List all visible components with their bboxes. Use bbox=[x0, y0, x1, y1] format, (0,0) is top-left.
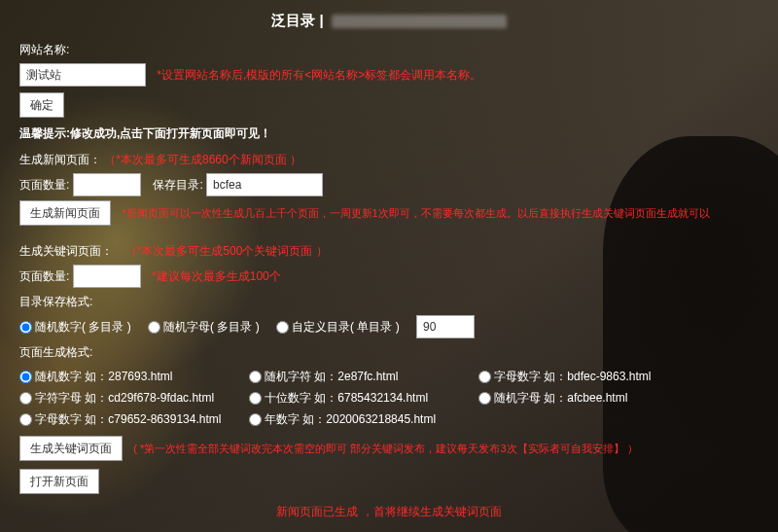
news-count-input[interactable] bbox=[73, 173, 141, 196]
keyword-count-input[interactable] bbox=[73, 265, 141, 288]
news-section: 生成新闻页面： （*本次最多可生成8660个新闻页面 ） 页面数量: 保存目录:… bbox=[19, 150, 759, 226]
radio-custom-dir-input[interactable] bbox=[276, 321, 289, 334]
fmt-random-number-input[interactable] bbox=[19, 371, 32, 383]
fmt-letter-number2-input[interactable] bbox=[19, 413, 32, 426]
news-hint-paren: （*本次最多可生成8660个新闻页面 ） bbox=[104, 153, 301, 166]
fmt-ten-digit[interactable]: 十位数字 如：6785432134.html bbox=[249, 387, 473, 408]
news-button-hint: *新闻页面可以一次性生成几百上千个页面，一周更新1次即可，不需要每次都生成。以后… bbox=[122, 207, 709, 219]
title-prefix: 泛目录 | bbox=[271, 12, 323, 28]
fmt-random-char[interactable]: 随机字符 如：2e87fc.html bbox=[249, 366, 473, 387]
radio-random-number-input[interactable] bbox=[19, 321, 32, 334]
fmt-year-number[interactable]: 年数字 如：2020063218845.html bbox=[249, 408, 473, 430]
footer-note: 新闻页面已生成 ，首将继续生成关键词页面 bbox=[19, 504, 759, 520]
news-heading: 生成新闻页面： bbox=[19, 153, 101, 166]
title-blurred bbox=[332, 15, 507, 28]
open-new-page-button[interactable]: 打开新页面 bbox=[19, 469, 99, 494]
news-count-label: 页面数量: bbox=[19, 178, 69, 192]
fmt-random-letter2[interactable]: 随机字母 如：afcbee.html bbox=[478, 387, 702, 408]
page-title: 泛目录 | bbox=[19, 12, 759, 30]
fmt-char-letter[interactable]: 字符字母 如：cd29f678-9fdac.html bbox=[19, 387, 243, 408]
page-format-label: 页面生成格式: bbox=[19, 342, 759, 362]
fmt-random-char-input[interactable] bbox=[249, 371, 262, 383]
radio-random-number[interactable]: 随机数字( 多目录 ) bbox=[19, 316, 131, 337]
success-tip: 温馨提示:修改成功,点击下面打开新页面即可见！ bbox=[19, 125, 759, 142]
radio-custom-dir[interactable]: 自定义目录( 单目录 ) bbox=[276, 316, 400, 337]
fmt-char-letter-input[interactable] bbox=[19, 392, 32, 405]
fmt-random-letter2-input[interactable] bbox=[478, 392, 491, 405]
news-dir-input[interactable] bbox=[206, 173, 323, 196]
keyword-button-hint: ( *第一次性需全部关键词改完本次需空的即可 部分关键词发布，建议每天发布3次【… bbox=[133, 443, 637, 454]
page-format-radios: 随机数字 如：287693.html 随机字符 如：2e87fc.html 字母… bbox=[19, 366, 759, 430]
keyword-count-label: 页面数量: bbox=[19, 269, 69, 283]
radio-random-letter-input[interactable] bbox=[148, 321, 160, 334]
keyword-hint-paren: （*本次最多可生成500个关键词页面 ） bbox=[125, 244, 328, 258]
fmt-random-number[interactable]: 随机数字 如：287693.html bbox=[19, 366, 243, 387]
dir-format-radios: 随机数字( 多目录 ) 随机字母( 多目录 ) 自定义目录( 单目录 ) bbox=[19, 315, 759, 338]
generate-news-button[interactable]: 生成新闻页面 bbox=[19, 200, 111, 226]
fmt-letter-number[interactable]: 字母数字 如：bdfec-9863.html bbox=[478, 366, 702, 387]
custom-dir-input[interactable] bbox=[416, 315, 475, 338]
keyword-section: 生成关键词页面： （*本次最多可生成500个关键词页面 ） 页面数量: *建议每… bbox=[19, 241, 759, 494]
fmt-letter-number2[interactable]: 字母数字 如：c79652-8639134.html bbox=[19, 408, 243, 430]
confirm-button[interactable]: 确定 bbox=[19, 92, 64, 118]
site-name-section: 网站名称: *设置网站名称后,模版的所有<网站名称>标签都会调用本名称。 确定 bbox=[19, 40, 759, 118]
fmt-ten-digit-input[interactable] bbox=[249, 392, 262, 405]
site-name-hint: *设置网站名称后,模版的所有<网站名称>标签都会调用本名称。 bbox=[157, 68, 481, 82]
news-dir-label: 保存目录: bbox=[153, 178, 202, 192]
site-name-label: 网站名称: bbox=[19, 40, 759, 59]
fmt-letter-number-input[interactable] bbox=[478, 371, 491, 383]
fmt-year-number-input[interactable] bbox=[249, 413, 262, 426]
keyword-count-hint: *建议每次最多生成100个 bbox=[152, 269, 281, 283]
keyword-heading: 生成关键词页面： bbox=[19, 244, 113, 258]
site-name-input[interactable] bbox=[19, 63, 146, 87]
dir-format-label: 目录保存格式: bbox=[19, 292, 759, 311]
radio-random-letter[interactable]: 随机字母( 多目录 ) bbox=[148, 316, 260, 337]
generate-keyword-button[interactable]: 生成关键词页面 bbox=[19, 436, 123, 461]
